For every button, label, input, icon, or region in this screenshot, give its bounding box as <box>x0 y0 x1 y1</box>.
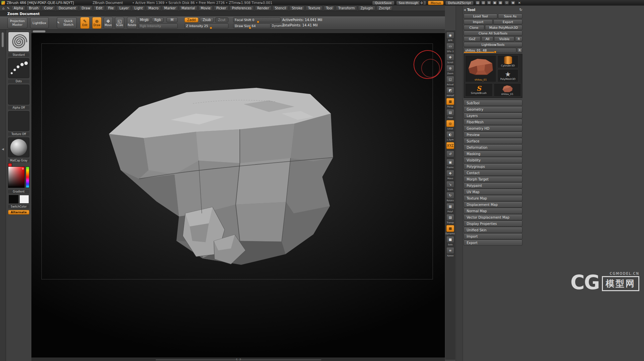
tool-slot-cylinder3d[interactable]: Cylinder3D <box>497 55 518 68</box>
tool-section-header[interactable]: Unified Skin <box>464 227 522 233</box>
current-stroke-thumbnail[interactable] <box>8 58 29 78</box>
mrgb-button[interactable]: Mrgb <box>138 17 150 22</box>
right-shelf-button[interactable]: ▩ Dynamic <box>446 225 455 235</box>
menu-item[interactable]: Color <box>42 6 55 11</box>
menu-item[interactable]: Stencil <box>273 6 289 11</box>
lightbox-button[interactable]: LightBox <box>30 17 49 28</box>
active-tool-thumbnail[interactable]: shitou_01 <box>465 55 496 82</box>
menu-item[interactable]: Alpha <box>11 6 25 11</box>
seethrough-slider[interactable]: See-through0 <box>396 1 427 5</box>
menu-item[interactable]: Layer <box>117 6 131 11</box>
defaultzscript-button[interactable]: DefaultZScript <box>445 1 474 5</box>
tool-section-header[interactable]: Preview <box>464 132 522 138</box>
right-shelf-button[interactable]: ▣ Frame <box>446 159 455 169</box>
tool-section-header[interactable]: Geometry <box>464 106 522 112</box>
rgb-button[interactable]: Rgb <box>152 17 164 22</box>
rotate-mode-button[interactable]: ↻ Rotate <box>127 17 137 29</box>
load-tool-button[interactable]: Load Tool <box>464 14 497 19</box>
saturation-value-square[interactable] <box>8 166 25 188</box>
tool-r-button[interactable]: R <box>517 48 522 53</box>
menu-item[interactable]: File <box>106 6 116 11</box>
secondary-color-swatch[interactable] <box>19 195 29 204</box>
draw-mode-button[interactable]: ⊕ Draw <box>92 17 102 29</box>
menu-item[interactable]: Render <box>255 6 272 11</box>
color-picker[interactable] <box>8 164 29 189</box>
right-shelf-button[interactable]: ▦ Persp <box>446 98 455 108</box>
right-shelf-button[interactable]: XYZ <box>446 142 455 149</box>
current-material-thumbnail[interactable] <box>8 137 29 157</box>
projection-master-button[interactable]: Projection Master <box>7 17 27 28</box>
home-icon[interactable]: ⌂ <box>1 6 5 10</box>
right-shelf-button[interactable]: ↘ Scale <box>446 181 455 191</box>
switch-color-label[interactable]: SwitchColor <box>8 205 29 209</box>
canvas-bottom-scrollbar[interactable]: ◀ ▶ <box>31 357 446 361</box>
tool-section-header[interactable]: Polypaint <box>464 183 522 189</box>
menu-item[interactable]: Transform <box>336 6 357 11</box>
goz-all-button[interactable]: All <box>481 36 493 41</box>
tool-section-header[interactable]: UV Map <box>464 189 522 195</box>
menu-item[interactable]: Tool <box>324 6 335 11</box>
menu-item[interactable]: Movie <box>198 6 213 11</box>
right-shelf-button[interactable]: ■ Solo <box>446 236 455 246</box>
menu-item[interactable]: Marker <box>162 6 178 11</box>
menu-item[interactable]: Picker <box>214 6 228 11</box>
right-shelf-button[interactable]: ≡ Xpose <box>446 247 455 257</box>
tool-section-header[interactable]: Import <box>464 233 522 239</box>
menu-item[interactable]: Zscript <box>376 6 393 11</box>
right-shelf-button[interactable]: ▭ SPix 3 <box>446 43 455 53</box>
window-layout-icon[interactable]: ▤ <box>475 1 480 5</box>
goz-button[interactable]: GoZ <box>464 36 481 41</box>
current-texture-thumbnail[interactable] <box>8 111 29 131</box>
right-shelf-button[interactable]: ▤ Floor <box>446 109 455 119</box>
tool-slot-simplebrush[interactable]: S SimpleBrush <box>465 83 493 97</box>
make-polymesh3d-button[interactable]: Make PolyMesh3D <box>485 25 523 30</box>
menus-toggle-button[interactable]: Menus <box>428 1 444 5</box>
current-brush-thumbnail[interactable] <box>8 32 29 52</box>
menu-item[interactable]: Brush <box>26 6 41 11</box>
tool-section-header[interactable]: Masking <box>464 151 522 157</box>
tool-section-header[interactable]: Displacement Map <box>464 202 522 208</box>
menu-item[interactable]: Draw <box>79 6 93 11</box>
window-layout-icon[interactable]: ▦ <box>498 1 503 5</box>
right-shelf-button[interactable]: ◉ BPR <box>446 32 455 42</box>
zsub-button[interactable]: Zsub <box>200 17 214 22</box>
right-shelf-button[interactable]: ↻ Rotate <box>446 192 455 202</box>
main-color-swatch[interactable] <box>9 195 18 204</box>
move-mode-button[interactable]: ✥ Move <box>104 17 113 29</box>
m-button[interactable]: M <box>166 17 178 22</box>
right-shelf-button[interactable]: ✥ Move <box>446 170 455 180</box>
tray-divider[interactable] <box>456 6 463 361</box>
edit-mode-button[interactable]: ✎ Edit <box>80 17 90 29</box>
menu-item[interactable]: Texture <box>306 6 323 11</box>
refresh-icon[interactable]: ↻ <box>519 8 522 12</box>
menu-item[interactable]: Document <box>56 6 78 11</box>
draw-size-slider[interactable]: Draw Size 64 <box>233 23 271 28</box>
right-shelf-button[interactable]: ◱ Actual <box>446 76 455 86</box>
clone-button[interactable]: Clone <box>464 25 484 30</box>
tool-section-header[interactable]: Normal Map <box>464 208 522 214</box>
z-intensity-slider[interactable]: Z Intensity 25 <box>184 23 228 28</box>
horizontal-scroll-nub[interactable] <box>33 30 45 32</box>
menu-item[interactable]: Edit <box>94 6 105 11</box>
tool-slot-polymesh3d[interactable]: ★ PolyMesh3D <box>497 69 518 82</box>
goz-r-button[interactable]: R <box>515 36 522 41</box>
window-layout-icon[interactable]: ⊞ <box>487 1 491 5</box>
tool-section-header[interactable]: Polygroups <box>464 163 522 169</box>
tool-slot-shitou[interactable]: shitou_01 <box>494 83 521 97</box>
bottom-scroll-track[interactable] <box>156 359 321 360</box>
hue-strip[interactable] <box>26 166 29 188</box>
tool-section-header[interactable]: Export <box>464 240 522 246</box>
close-icon[interactable]: ✕ <box>517 1 522 5</box>
tool-section-header[interactable]: Texture Map <box>464 195 522 201</box>
clone-all-subtools-button[interactable]: Clone All SubTools <box>464 31 522 36</box>
power-icon[interactable]: ◉ <box>511 1 515 5</box>
right-shelf-button[interactable]: ↺ <box>446 150 455 158</box>
tool-section-header[interactable]: Geometry HD <box>464 125 522 131</box>
menu-item[interactable]: Macro <box>146 6 161 11</box>
window-layout-icon[interactable]: ▣ <box>492 1 497 5</box>
lightbox-tools-button[interactable]: Lightbox▸Tools <box>464 42 522 47</box>
goz-visible-button[interactable]: Visible <box>494 36 514 41</box>
pencil-icon[interactable]: ✎ <box>6 6 10 10</box>
right-shelf-button[interactable]: ◐ L.Sym <box>446 131 455 141</box>
save-as-button[interactable]: Save As <box>498 14 522 19</box>
